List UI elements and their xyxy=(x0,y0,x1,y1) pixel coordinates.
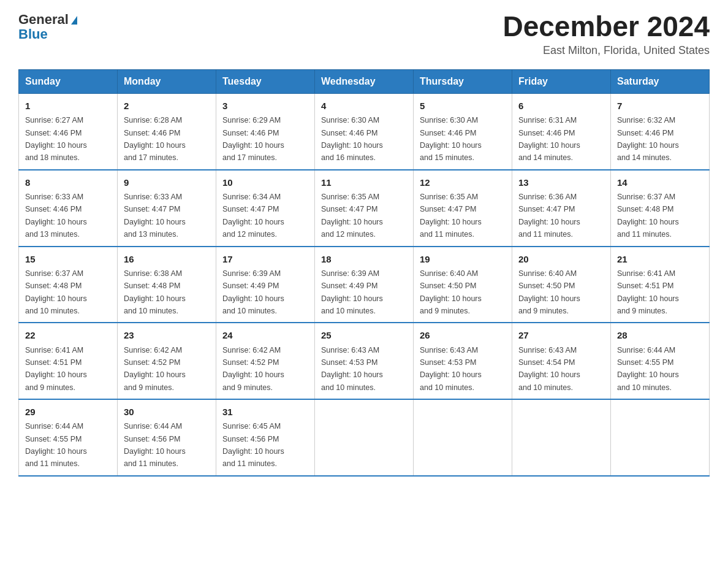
calendar-week-row: 1Sunrise: 6:27 AMSunset: 4:46 PMDaylight… xyxy=(19,94,710,170)
calendar-table: SundayMondayTuesdayWednesdayThursdayFrid… xyxy=(18,69,710,477)
calendar-day-cell: 5Sunrise: 6:30 AMSunset: 4:46 PMDaylight… xyxy=(414,94,512,170)
calendar-day-cell xyxy=(315,399,414,476)
day-number: 30 xyxy=(124,405,210,419)
day-info: Sunrise: 6:45 AMSunset: 4:56 PMDaylight:… xyxy=(222,422,284,468)
day-of-week-header: Saturday xyxy=(611,70,710,94)
calendar-day-cell: 30Sunrise: 6:44 AMSunset: 4:56 PMDayligh… xyxy=(118,399,216,476)
calendar-day-cell: 29Sunrise: 6:44 AMSunset: 4:55 PMDayligh… xyxy=(19,399,118,476)
day-of-week-header: Tuesday xyxy=(216,70,315,94)
day-number: 31 xyxy=(222,405,308,419)
calendar-day-cell: 6Sunrise: 6:31 AMSunset: 4:46 PMDaylight… xyxy=(512,94,611,170)
day-info: Sunrise: 6:40 AMSunset: 4:50 PMDaylight:… xyxy=(420,269,482,315)
calendar-day-cell: 11Sunrise: 6:35 AMSunset: 4:47 PMDayligh… xyxy=(315,170,414,247)
day-info: Sunrise: 6:42 AMSunset: 4:52 PMDaylight:… xyxy=(124,346,186,392)
calendar-header: SundayMondayTuesdayWednesdayThursdayFrid… xyxy=(19,70,710,94)
calendar-day-cell: 16Sunrise: 6:38 AMSunset: 4:48 PMDayligh… xyxy=(118,247,216,323)
day-info: Sunrise: 6:39 AMSunset: 4:49 PMDaylight:… xyxy=(321,269,383,315)
day-info: Sunrise: 6:44 AMSunset: 4:55 PMDaylight:… xyxy=(617,346,679,392)
day-number: 10 xyxy=(222,175,308,190)
day-info: Sunrise: 6:36 AMSunset: 4:47 PMDaylight:… xyxy=(518,193,580,239)
day-info: Sunrise: 6:34 AMSunset: 4:47 PMDaylight:… xyxy=(222,193,284,239)
day-info: Sunrise: 6:27 AMSunset: 4:46 PMDaylight:… xyxy=(25,116,87,162)
calendar-body: 1Sunrise: 6:27 AMSunset: 4:46 PMDaylight… xyxy=(19,94,710,476)
day-number: 21 xyxy=(617,252,703,266)
day-of-week-header: Thursday xyxy=(414,70,512,94)
day-number: 11 xyxy=(321,175,407,190)
day-info: Sunrise: 6:43 AMSunset: 4:53 PMDaylight:… xyxy=(420,346,482,392)
day-info: Sunrise: 6:41 AMSunset: 4:51 PMDaylight:… xyxy=(617,269,679,315)
calendar-day-cell: 3Sunrise: 6:29 AMSunset: 4:46 PMDaylight… xyxy=(216,94,315,170)
day-number: 5 xyxy=(420,99,506,113)
day-number: 15 xyxy=(25,252,111,266)
calendar-day-cell xyxy=(414,399,512,476)
day-number: 17 xyxy=(222,252,308,266)
calendar-day-cell: 31Sunrise: 6:45 AMSunset: 4:56 PMDayligh… xyxy=(216,399,315,476)
day-info: Sunrise: 6:41 AMSunset: 4:51 PMDaylight:… xyxy=(25,346,87,392)
day-info: Sunrise: 6:44 AMSunset: 4:56 PMDaylight:… xyxy=(124,422,186,468)
day-number: 13 xyxy=(518,175,604,190)
day-number: 18 xyxy=(321,252,407,266)
calendar-week-row: 15Sunrise: 6:37 AMSunset: 4:48 PMDayligh… xyxy=(19,247,710,323)
day-info: Sunrise: 6:37 AMSunset: 4:48 PMDaylight:… xyxy=(617,193,679,239)
day-number: 29 xyxy=(25,405,111,419)
day-info: Sunrise: 6:37 AMSunset: 4:48 PMDaylight:… xyxy=(25,269,87,315)
logo-triangle-icon xyxy=(71,16,77,25)
day-info: Sunrise: 6:43 AMSunset: 4:53 PMDaylight:… xyxy=(321,346,383,392)
calendar-week-row: 22Sunrise: 6:41 AMSunset: 4:51 PMDayligh… xyxy=(19,323,710,399)
day-info: Sunrise: 6:28 AMSunset: 4:46 PMDaylight:… xyxy=(124,116,186,162)
day-number: 16 xyxy=(124,252,210,266)
day-number: 20 xyxy=(518,252,604,266)
calendar-day-cell: 1Sunrise: 6:27 AMSunset: 4:46 PMDaylight… xyxy=(19,94,118,170)
calendar-day-cell: 28Sunrise: 6:44 AMSunset: 4:55 PMDayligh… xyxy=(611,323,710,399)
day-number: 2 xyxy=(124,99,210,113)
day-info: Sunrise: 6:33 AMSunset: 4:47 PMDaylight:… xyxy=(124,193,186,239)
calendar-day-cell: 2Sunrise: 6:28 AMSunset: 4:46 PMDaylight… xyxy=(118,94,216,170)
day-of-week-header: Sunday xyxy=(19,70,118,94)
calendar-day-cell: 12Sunrise: 6:35 AMSunset: 4:47 PMDayligh… xyxy=(414,170,512,247)
day-number: 6 xyxy=(518,99,604,113)
day-info: Sunrise: 6:29 AMSunset: 4:46 PMDaylight:… xyxy=(222,116,284,162)
day-number: 24 xyxy=(222,328,308,342)
title-block: December 2024 East Milton, Florida, Unit… xyxy=(502,12,710,57)
day-number: 23 xyxy=(124,328,210,342)
day-number: 19 xyxy=(420,252,506,266)
logo-general-text: General xyxy=(18,12,69,27)
day-info: Sunrise: 6:30 AMSunset: 4:46 PMDaylight:… xyxy=(420,116,482,162)
calendar-day-cell xyxy=(512,399,611,476)
day-of-week-header: Friday xyxy=(512,70,611,94)
day-info: Sunrise: 6:44 AMSunset: 4:55 PMDaylight:… xyxy=(25,422,87,468)
day-number: 25 xyxy=(321,328,407,342)
location-subtitle: East Milton, Florida, United States xyxy=(502,44,710,57)
logo-blue-text: Blue xyxy=(18,27,77,42)
calendar-week-row: 8Sunrise: 6:33 AMSunset: 4:46 PMDaylight… xyxy=(19,170,710,247)
month-title: December 2024 xyxy=(502,12,710,40)
calendar-day-cell: 15Sunrise: 6:37 AMSunset: 4:48 PMDayligh… xyxy=(19,247,118,323)
day-info: Sunrise: 6:33 AMSunset: 4:46 PMDaylight:… xyxy=(25,193,87,239)
calendar-day-cell: 23Sunrise: 6:42 AMSunset: 4:52 PMDayligh… xyxy=(118,323,216,399)
calendar-day-cell: 26Sunrise: 6:43 AMSunset: 4:53 PMDayligh… xyxy=(414,323,512,399)
day-info: Sunrise: 6:42 AMSunset: 4:52 PMDaylight:… xyxy=(222,346,284,392)
calendar-day-cell: 27Sunrise: 6:43 AMSunset: 4:54 PMDayligh… xyxy=(512,323,611,399)
day-number: 28 xyxy=(617,328,703,342)
day-info: Sunrise: 6:32 AMSunset: 4:46 PMDaylight:… xyxy=(617,116,679,162)
day-of-week-header: Wednesday xyxy=(315,70,414,94)
calendar-day-cell: 8Sunrise: 6:33 AMSunset: 4:46 PMDaylight… xyxy=(19,170,118,247)
calendar-day-cell xyxy=(611,399,710,476)
calendar-week-row: 29Sunrise: 6:44 AMSunset: 4:55 PMDayligh… xyxy=(19,399,710,476)
calendar-day-cell: 25Sunrise: 6:43 AMSunset: 4:53 PMDayligh… xyxy=(315,323,414,399)
calendar-day-cell: 14Sunrise: 6:37 AMSunset: 4:48 PMDayligh… xyxy=(611,170,710,247)
calendar-day-cell: 19Sunrise: 6:40 AMSunset: 4:50 PMDayligh… xyxy=(414,247,512,323)
calendar-day-cell: 22Sunrise: 6:41 AMSunset: 4:51 PMDayligh… xyxy=(19,323,118,399)
day-of-week-header: Monday xyxy=(118,70,216,94)
calendar-day-cell: 4Sunrise: 6:30 AMSunset: 4:46 PMDaylight… xyxy=(315,94,414,170)
day-number: 27 xyxy=(518,328,604,342)
calendar-day-cell: 17Sunrise: 6:39 AMSunset: 4:49 PMDayligh… xyxy=(216,247,315,323)
day-number: 3 xyxy=(222,99,308,113)
logo: General Blue xyxy=(18,12,77,42)
calendar-day-cell: 7Sunrise: 6:32 AMSunset: 4:46 PMDaylight… xyxy=(611,94,710,170)
day-number: 4 xyxy=(321,99,407,113)
day-info: Sunrise: 6:30 AMSunset: 4:46 PMDaylight:… xyxy=(321,116,383,162)
day-info: Sunrise: 6:31 AMSunset: 4:46 PMDaylight:… xyxy=(518,116,580,162)
day-info: Sunrise: 6:38 AMSunset: 4:48 PMDaylight:… xyxy=(124,269,186,315)
day-info: Sunrise: 6:43 AMSunset: 4:54 PMDaylight:… xyxy=(518,346,580,392)
